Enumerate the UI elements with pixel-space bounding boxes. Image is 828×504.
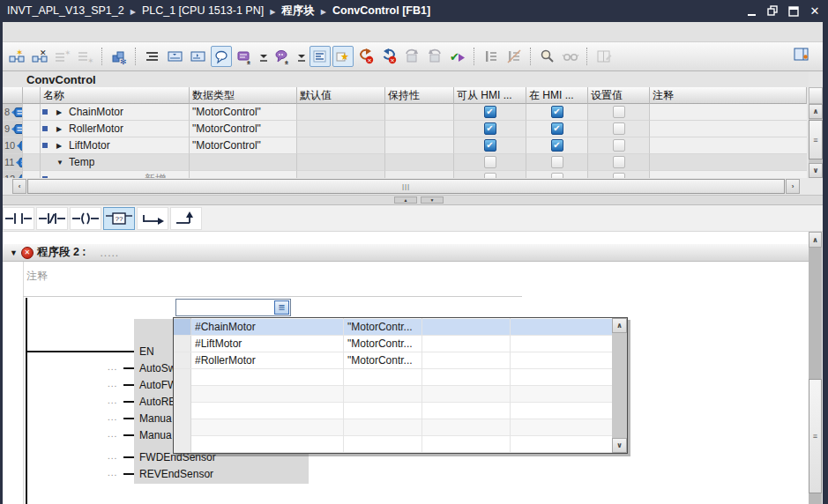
hmi-accessible-checkbox[interactable]: ✔: [484, 122, 496, 135]
pin-label[interactable]: REVEndSensor: [139, 467, 213, 481]
column-header-3[interactable]: 数据类型: [190, 87, 297, 104]
dropdown-scroll-down-button[interactable]: ∨: [612, 438, 627, 453]
hscroll-left-button[interactable]: ‹: [12, 179, 26, 194]
missing-operand-dots[interactable]: ...: [108, 451, 122, 461]
symbol-information-toggle-icon[interactable]: [310, 46, 331, 67]
task-card-icon[interactable]: [793, 46, 810, 66]
previous-error-icon[interactable]: ✕: [355, 46, 377, 67]
retain-cell[interactable]: [385, 137, 454, 154]
datatype-cell[interactable]: "MotorControl": [190, 121, 297, 137]
monitor-block-icon[interactable]: [560, 46, 581, 67]
status-on-icon[interactable]: [481, 46, 502, 67]
open-all-networks-icon[interactable]: [165, 46, 186, 67]
setpoint-checkbox[interactable]: [613, 139, 625, 152]
download-snapshot-icon[interactable]: [424, 46, 445, 67]
setpoint-checkbox[interactable]: [613, 106, 625, 118]
missing-operand-dots[interactable]: ...: [108, 362, 122, 372]
network-header[interactable]: ▼ ✕ 程序段 2 : .....: [3, 244, 809, 262]
breadcrumb-item[interactable]: INVT_APL_V13_SP1_2: [7, 4, 124, 17]
hmi-accessible-checkbox[interactable]: ✔: [484, 106, 496, 118]
upload-snapshot-icon[interactable]: [401, 46, 422, 67]
row-expander-icon[interactable]: ▶: [56, 142, 64, 150]
table-scroll-down-button[interactable]: ∨: [809, 163, 823, 178]
datatype-cell[interactable]: "MotorControl": [190, 104, 297, 121]
delete-network-icon[interactable]: ✕: [29, 46, 50, 67]
row-expander-icon[interactable]: ▼: [56, 159, 64, 167]
row-name[interactable]: ChainMotor: [69, 106, 123, 118]
keep-actual-values-icon[interactable]: ✻: [108, 46, 130, 67]
retain-cell[interactable]: [385, 154, 454, 171]
name-cell[interactable]: ▶ChainMotor: [41, 104, 190, 121]
setpoint-checkbox[interactable]: [613, 122, 625, 135]
operand-display-icon[interactable]: ±: [234, 46, 255, 67]
hmi-accessible-checkbox[interactable]: [484, 156, 496, 168]
retain-cell[interactable]: [385, 104, 454, 121]
splitter-collapse-down-button[interactable]: ▼: [421, 196, 444, 204]
retain-cell[interactable]: [385, 121, 454, 137]
row-name[interactable]: 新增: [145, 172, 166, 179]
minimize-icon[interactable]: [745, 5, 757, 18]
column-header-8[interactable]: 设置值: [588, 87, 650, 104]
hmi-visible-checkbox[interactable]: [551, 156, 563, 168]
network-collapse-icon[interactable]: ▼: [10, 248, 18, 257]
retain-cell[interactable]: [385, 171, 454, 178]
missing-operand-dots[interactable]: ...: [108, 412, 122, 422]
operand-input[interactable]: ≣: [175, 299, 291, 316]
restore-icon[interactable]: [766, 5, 779, 18]
comment-display-icon[interactable]: ±: [272, 46, 293, 67]
dropdown-item[interactable]: #RollerMotor "MotorContr...: [174, 352, 613, 369]
datatype-cell[interactable]: "MotorControl": [190, 137, 297, 154]
network-comments-toggle-icon[interactable]: [211, 46, 232, 67]
status-off-icon[interactable]: [504, 46, 525, 67]
hmi-accessible-checkbox[interactable]: ✔: [484, 139, 496, 152]
dropdown-empty-row[interactable]: [191, 436, 613, 453]
dropdown-empty-row[interactable]: [191, 419, 613, 436]
splitter-collapse-up-button[interactable]: ▲: [394, 196, 417, 204]
breadcrumb-item[interactable]: ConvControl [FB1]: [332, 4, 430, 17]
empty-box-button[interactable]: ??: [103, 207, 135, 230]
insert-network-icon[interactable]: ✶: [6, 46, 27, 67]
dropdown-scroll-up-button[interactable]: ∧: [612, 318, 627, 333]
name-cell[interactable]: ▼Temp: [41, 154, 190, 171]
hmi-visible-checkbox[interactable]: ✔: [551, 106, 563, 118]
coil-button[interactable]: [70, 207, 101, 230]
column-header-6[interactable]: 可从 HMI ...: [454, 87, 526, 104]
add-row-icon[interactable]: ✶: [75, 46, 96, 67]
setpoint-checkbox[interactable]: [613, 156, 625, 168]
maximize-icon[interactable]: [787, 5, 800, 18]
comment-cell[interactable]: [650, 171, 807, 178]
dropdown-empty-row[interactable]: [191, 386, 613, 403]
column-header[interactable]: [3, 87, 23, 104]
row-name[interactable]: Temp: [69, 156, 94, 168]
favorites-toggle-icon[interactable]: ★: [332, 46, 354, 67]
column-header-4[interactable]: 默认值: [297, 87, 385, 104]
hscroll-right-button[interactable]: ›: [786, 179, 800, 194]
default-value-cell[interactable]: [297, 104, 385, 121]
dropdown-empty-row[interactable]: [191, 403, 613, 419]
default-value-cell[interactable]: [297, 121, 385, 137]
dropdown-scrollbar-track[interactable]: [612, 333, 627, 438]
compile-consistency-icon[interactable]: ✔: [447, 46, 468, 67]
breadcrumb-item[interactable]: PLC_1 [CPU 1513-1 PN]: [142, 4, 264, 17]
network-title-placeholder[interactable]: .....: [100, 247, 119, 259]
hmi-visible-checkbox[interactable]: ✔: [551, 122, 563, 135]
comment-cell[interactable]: [650, 154, 807, 171]
hmi-visible-checkbox[interactable]: ✔: [551, 139, 563, 152]
dropdown-item[interactable]: #ChainMotor "MotorContr...: [174, 319, 613, 336]
missing-operand-dots[interactable]: ...: [108, 429, 122, 439]
close-all-networks-icon[interactable]: [188, 46, 209, 67]
missing-operand-dots[interactable]: ...: [108, 379, 122, 389]
close-branch-button[interactable]: [170, 207, 202, 230]
next-error-icon[interactable]: ✕: [378, 46, 399, 67]
datatype-cell[interactable]: [190, 154, 297, 171]
row-expander-icon[interactable]: ▶: [56, 108, 64, 116]
dropdown-empty-row[interactable]: [191, 369, 613, 386]
expanded-mode-icon[interactable]: [142, 46, 163, 67]
network-comment-placeholder[interactable]: 注释: [26, 269, 48, 284]
pin-label[interactable]: AutoFW: [139, 378, 177, 392]
pin-label[interactable]: EN: [139, 345, 154, 359]
program-scroll-up-button[interactable]: ∧: [809, 232, 822, 248]
pin-label[interactable]: Manua: [139, 411, 172, 426]
column-header-2[interactable]: 名称: [41, 87, 190, 104]
normally-closed-contact-button[interactable]: [36, 207, 68, 230]
